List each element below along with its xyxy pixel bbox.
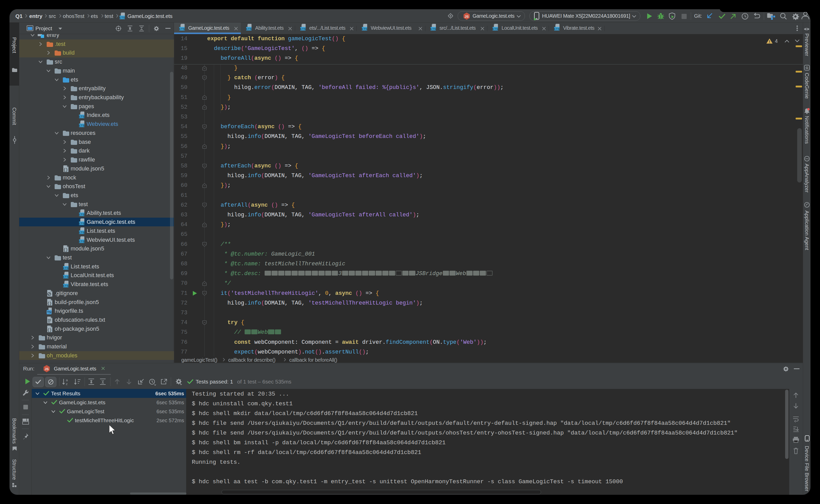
svg-text:ETS: ETS — [63, 275, 69, 278]
svg-text:ETS: ETS — [362, 27, 367, 31]
svg-text:a: a — [66, 378, 68, 382]
svg-text:{}: {} — [47, 328, 52, 332]
svg-text:G: G — [806, 66, 808, 70]
svg-text:JS: JS — [45, 367, 49, 371]
svg-text:ETS: ETS — [179, 27, 185, 31]
svg-text:ETS: ETS — [300, 27, 306, 31]
svg-text:ETS: ETS — [119, 16, 125, 19]
svg-text:{}: {} — [47, 301, 52, 306]
svg-text:{}: {} — [63, 248, 68, 252]
svg-text:ETS: ETS — [63, 266, 69, 269]
svg-text:{}: {} — [63, 168, 68, 172]
svg-text:ETS: ETS — [79, 124, 85, 127]
svg-text:ETS: ETS — [79, 240, 85, 243]
svg-text:ETS: ETS — [79, 115, 85, 118]
svg-text:ETS: ETS — [79, 222, 85, 225]
svg-text:JS: JS — [465, 15, 469, 18]
svg-text:z: z — [66, 382, 68, 386]
svg-text:ETS: ETS — [79, 213, 85, 216]
svg-text:ETS: ETS — [246, 27, 252, 31]
svg-text:ETS: ETS — [492, 27, 498, 31]
svg-text:ETS: ETS — [63, 284, 69, 287]
svg-text:ETS: ETS — [554, 27, 560, 31]
svg-text:TS: TS — [47, 310, 51, 314]
svg-text:ETS: ETS — [430, 27, 436, 31]
svg-text:ETS: ETS — [79, 231, 85, 234]
